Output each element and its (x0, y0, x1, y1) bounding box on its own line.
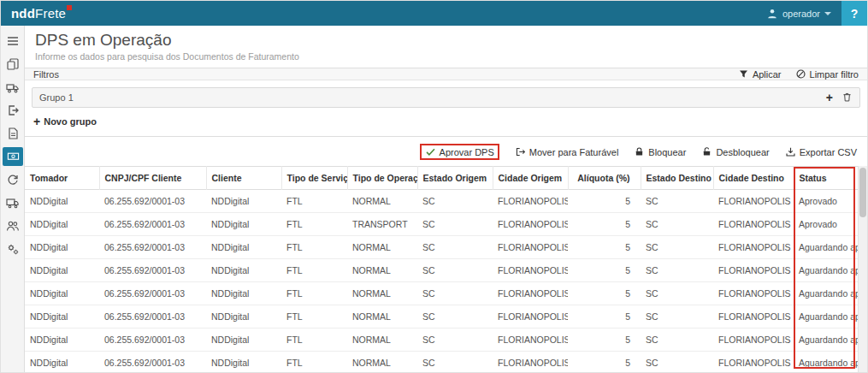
users-icon (6, 219, 20, 233)
brand-suffix: Frete (35, 6, 66, 21)
add-condition-button[interactable]: + (826, 92, 833, 104)
column-header[interactable]: Status (794, 167, 858, 190)
column-header[interactable]: Cliente (206, 167, 281, 190)
block-label: Bloquear (648, 147, 686, 157)
table-cell: NDDigital (206, 305, 281, 329)
vertical-scrollbar[interactable] (858, 166, 867, 373)
column-header[interactable]: Estado Origem (417, 167, 493, 190)
delete-group-button[interactable] (841, 92, 853, 104)
clear-filter-button[interactable]: Limpar filtro (795, 68, 859, 80)
table-row[interactable]: NDDigital06.255.692/0001-03NDDigitalFTLN… (25, 329, 858, 352)
table-cell: SC (641, 236, 713, 259)
table-cell: NORMAL (347, 236, 417, 259)
main-content: DPS em Operação Informe os dados para pe… (25, 26, 867, 373)
column-header[interactable]: Tipo de Serviço (281, 167, 347, 190)
move-to-billable-button[interactable]: Mover para Faturável (515, 146, 619, 157)
approve-dps-button[interactable]: Aprovar DPS (420, 144, 499, 160)
table-row[interactable]: NDDigital06.255.692/0001-03NDDigitalFTLN… (25, 282, 858, 305)
sidebar-item-document[interactable] (1, 121, 25, 145)
table-row[interactable]: NDDigital06.255.692/0001-03NDDigitalFTLN… (25, 259, 858, 282)
table-cell: FTL (281, 352, 347, 373)
sidebar-item-billing[interactable] (1, 145, 25, 168)
table-cell: 5 (568, 282, 641, 305)
table-cell: FTL (281, 282, 347, 305)
table-cell: SC (417, 259, 493, 282)
table-header-row: TomadorCNPJ/CPF ClienteClienteTipo de Se… (25, 167, 858, 190)
sidebar-item-export[interactable] (1, 98, 25, 121)
scrollbar-thumb[interactable] (859, 168, 866, 217)
filter-group-panel[interactable]: Grupo 1 + (32, 87, 860, 108)
table-cell: SC (641, 190, 713, 213)
table-cell: FLORIANOPOLIS (713, 213, 794, 236)
table-cell: Aguardando aprovação (794, 282, 858, 305)
table-cell: FTL (281, 259, 347, 282)
column-header[interactable]: Tipo de Operação (347, 167, 417, 190)
table-cell: NDDigital (206, 213, 281, 236)
table-cell: FLORIANOPOLIS (493, 329, 568, 352)
table-row[interactable]: NDDigital06.255.692/0001-03NDDigitalFTLN… (25, 190, 858, 213)
table-row[interactable]: NDDigital06.255.692/0001-03NDDigitalFTLN… (25, 236, 858, 259)
topbar: nddFrete operador ? (1, 1, 867, 26)
filters-body: Grupo 1 + + Novo grupo (25, 80, 867, 137)
table-cell: 5 (568, 190, 641, 213)
block-button[interactable]: Bloquear (634, 146, 686, 157)
table-cell: NDDigital (25, 259, 99, 282)
export-csv-label: Exportar CSV (800, 147, 857, 157)
move-to-billable-label: Mover para Faturável (529, 147, 619, 157)
table-cell: NORMAL (347, 282, 417, 305)
sidebar-item-users[interactable] (1, 214, 25, 237)
table-cell: Aguardando aprovação (794, 236, 858, 259)
table-cell: Aguardando aprovação (794, 329, 858, 352)
table-cell: NDDigital (25, 282, 99, 305)
dps-table: TomadorCNPJ/CPF ClienteClienteTipo de Se… (25, 166, 858, 373)
user-menu[interactable]: operador (756, 1, 841, 26)
table-cell: NORMAL (347, 259, 417, 282)
table-cell: 06.255.692/0001-03 (99, 190, 206, 213)
filters-bar: Filtros Aplicar Limpar filtro (25, 68, 867, 80)
sidebar-item-documents[interactable] (1, 52, 25, 75)
documents-icon (6, 57, 20, 71)
table-cell: 06.255.692/0001-03 (99, 213, 206, 236)
column-header[interactable]: Estado Destino (641, 167, 713, 190)
plus-icon: + (33, 115, 40, 127)
column-header[interactable]: Cidade Destino (713, 167, 794, 190)
table-cell: FLORIANOPOLIS (493, 236, 568, 259)
document-icon (6, 127, 20, 140)
table-cell: FLORIANOPOLIS (493, 352, 568, 373)
help-button[interactable]: ? (841, 1, 867, 26)
sidebar-item-settings[interactable] (1, 237, 25, 260)
table-cell: FLORIANOPOLIS (493, 305, 568, 329)
brand-logo: nddFrete (11, 6, 72, 21)
sidebar-item-delivery[interactable] (1, 191, 25, 214)
new-group-button[interactable]: + Novo grupo (33, 115, 97, 127)
chevron-down-icon (824, 12, 831, 15)
column-header[interactable]: Alíquota (%) (568, 167, 641, 190)
column-header[interactable]: CNPJ/CPF Cliente (99, 167, 206, 190)
table-cell: SC (417, 329, 493, 352)
delivery-truck-icon (6, 196, 20, 210)
table-cell: NDDigital (206, 329, 281, 352)
column-header[interactable]: Cidade Origem (493, 167, 568, 190)
table-row[interactable]: NDDigital06.255.692/0001-03NDDigitalFTLT… (25, 213, 858, 236)
column-header[interactable]: Tomador (25, 167, 99, 190)
sidebar-item-sync[interactable] (1, 168, 25, 191)
table-cell: NDDigital (25, 305, 99, 329)
approve-dps-label: Aprovar DPS (440, 147, 494, 157)
unblock-button[interactable]: Desbloquear (701, 146, 769, 157)
sync-icon (6, 173, 20, 186)
sidebar-item-menu[interactable] (1, 29, 25, 52)
table-cell: SC (417, 305, 493, 329)
table-row[interactable]: NDDigital06.255.692/0001-03NDDigitalFTLN… (25, 305, 858, 329)
export-csv-button[interactable]: Exportar CSV (785, 146, 857, 157)
apply-filter-button[interactable]: Aplicar (738, 68, 782, 80)
table-cell: NDDigital (206, 352, 281, 373)
table-row[interactable]: NDDigital06.255.692/0001-03NDDigitalFTLN… (25, 352, 858, 373)
sidebar (1, 26, 25, 373)
table-cell: NORMAL (347, 352, 417, 373)
table-cell: SC (641, 213, 713, 236)
sidebar-item-truck[interactable] (1, 75, 25, 98)
table-cell: 06.255.692/0001-03 (99, 305, 206, 329)
user-label: operador (782, 9, 820, 19)
move-arrow-icon (515, 146, 526, 157)
page-header: DPS em Operação Informe os dados para pe… (25, 26, 867, 68)
